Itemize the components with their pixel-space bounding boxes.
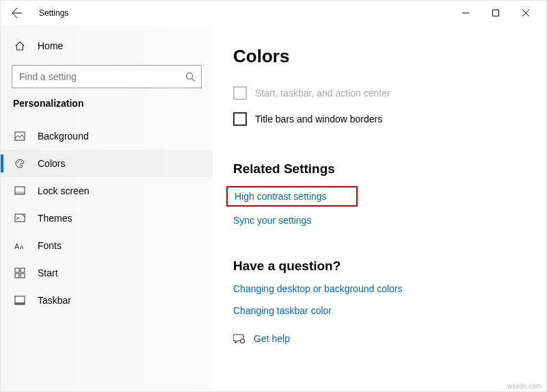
fonts-icon: AA [14,241,25,250]
checkbox-label: Title bars and window borders [255,114,382,125]
sidebar-item-label: Lock screen [38,185,89,196]
svg-rect-13 [15,274,19,278]
picture-icon [14,131,25,142]
sidebar-item-colors[interactable]: Colors [1,150,213,177]
svg-point-3 [17,162,18,164]
search-icon [185,72,196,82]
link-high-contrast[interactable]: High contrast settings [226,186,358,207]
sidebar-item-label: Fonts [38,240,62,251]
lockscreen-icon [14,185,25,196]
sidebar-home-label: Home [38,40,63,51]
checkbox-box[interactable] [233,112,247,126]
minimize-icon [462,10,469,16]
link-desktop-colors[interactable]: Changing desktop or background colors [233,283,526,294]
taskbar-icon [14,295,25,306]
close-icon [522,10,529,16]
find-setting-box[interactable] [12,65,202,88]
window-controls [451,2,541,24]
have-question-heading: Have a question? [233,259,526,274]
svg-text:A: A [14,242,20,250]
link-taskbar-color[interactable]: Changing taskbar color [233,305,526,316]
main-content: Colors Start, taskbar, and action center… [213,25,546,391]
checkbox-start-taskbar: Start, taskbar, and action center [233,86,526,100]
minimize-button[interactable] [451,2,481,24]
maximize-button[interactable] [481,2,511,24]
themes-icon [14,213,25,224]
page-title: Colors [233,46,526,67]
checkbox-title-bars[interactable]: Title bars and window borders [233,112,526,126]
get-help-label: Get help [254,333,290,344]
window-title: Settings [39,8,68,18]
sidebar-item-label: Colors [38,158,65,169]
sidebar-nav: Background Colors Lock screen [1,122,213,314]
palette-icon [14,158,25,169]
related-settings-heading: Related Settings [233,161,526,177]
sidebar-item-background[interactable]: Background [1,122,213,150]
sidebar-section-header: Personalization [1,98,213,122]
svg-text:A: A [20,244,24,250]
svg-rect-16 [15,302,25,304]
gethelp-icon [233,332,245,345]
sidebar-home[interactable]: Home [1,34,213,58]
back-button[interactable] [6,2,28,24]
svg-rect-0 [493,10,499,16]
svg-rect-14 [21,274,25,278]
sidebar: Home Personalization Background [1,25,213,391]
svg-rect-7 [15,192,25,194]
close-button[interactable] [511,2,541,24]
sidebar-item-label: Start [38,267,58,278]
sidebar-item-label: Background [38,131,89,142]
find-setting-input[interactable] [19,71,185,82]
start-icon [14,267,25,278]
sidebar-item-label: Themes [38,213,72,224]
sidebar-item-fonts[interactable]: AA Fonts [1,232,213,259]
watermark: wsxdn.com [507,382,542,390]
maximize-icon [492,10,499,16]
checkbox-label: Start, taskbar, and action center [255,88,390,99]
sidebar-item-start[interactable]: Start [1,259,213,287]
sidebar-item-themes[interactable]: Themes [1,205,213,232]
svg-rect-12 [21,268,25,272]
titlebar: Settings [1,1,546,25]
back-arrow-icon [12,8,23,18]
svg-point-5 [21,161,22,162]
link-sync-settings[interactable]: Sync your settings [233,215,526,226]
sidebar-item-taskbar[interactable]: Taskbar [1,287,213,314]
home-icon [14,40,25,51]
svg-point-4 [18,161,20,162]
get-help[interactable]: Get help [233,332,526,345]
svg-point-1 [186,73,192,79]
sidebar-item-label: Taskbar [38,295,71,306]
checkbox-box [233,86,247,100]
sidebar-item-lock-screen[interactable]: Lock screen [1,177,213,205]
svg-point-17 [241,339,245,343]
svg-rect-11 [15,268,19,272]
